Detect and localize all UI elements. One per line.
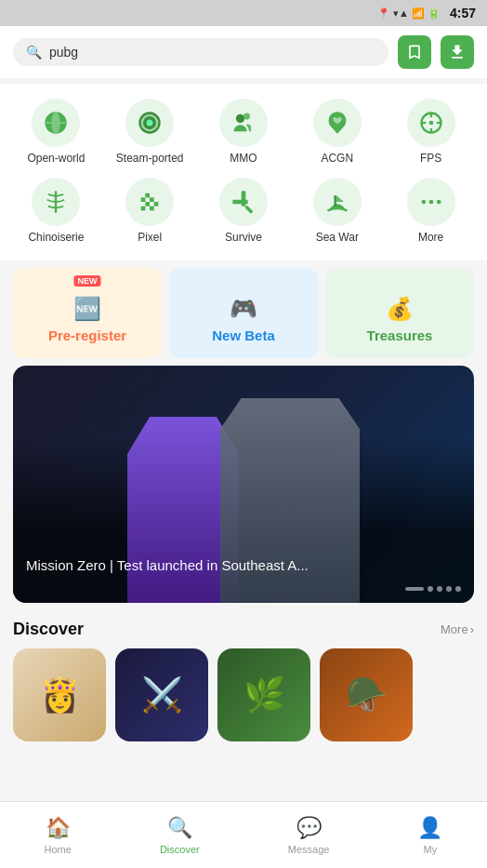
search-input-wrap[interactable]: 🔍 pubg: [13, 38, 388, 66]
search-input[interactable]: pubg: [49, 45, 78, 60]
category-row-1: Open-world Steam-ported MMO ACGN FPS: [0, 95, 487, 174]
discover-title: Discover: [13, 620, 84, 639]
game-grid: 👸 ⚔️ 🌿 🪖: [13, 648, 474, 741]
nav-message[interactable]: 💬 Message: [273, 810, 345, 861]
battery-icon: 🔋: [428, 7, 441, 20]
treasures-icon: 💰: [386, 296, 414, 322]
status-time: 4:57: [450, 6, 476, 20]
mmo-label: MMO: [230, 152, 257, 165]
my-icon: 👤: [417, 816, 442, 840]
svg-rect-15: [146, 194, 151, 198]
nav-discover-label: Discover: [160, 844, 200, 855]
game-thumb-4: 🪖: [320, 648, 413, 741]
svg-point-25: [428, 200, 433, 205]
nav-home[interactable]: 🏠 Home: [30, 810, 86, 861]
game-card-4[interactable]: 🪖: [320, 648, 413, 741]
category-survive[interactable]: Survive: [206, 178, 281, 244]
wishlist-button[interactable]: [398, 35, 431, 69]
preregister-icon: 🆕: [73, 296, 101, 322]
location-icon: 📍: [377, 7, 390, 20]
home-icon: 🏠: [46, 816, 71, 840]
banner-dot-5: [455, 586, 461, 592]
pixel-label: Pixel: [138, 231, 162, 244]
banner-title: Mission Zero | Test launched in Southeas…: [26, 557, 309, 573]
message-icon: 💬: [296, 816, 322, 840]
new-badge: NEW: [74, 275, 101, 287]
banner[interactable]: Mission Zero | Test launched in Southeas…: [13, 366, 474, 603]
banner-dot-3: [437, 586, 442, 592]
wifi-icon: ▾▲: [393, 7, 409, 20]
search-icon: 🔍: [26, 45, 42, 60]
chinoiserie-label: Chinoiserie: [28, 231, 84, 244]
preregister-tab[interactable]: NEW 🆕 Pre-register: [13, 268, 162, 358]
game-card-1[interactable]: 👸: [13, 648, 106, 741]
chinoiserie-icon-wrap: [32, 178, 80, 226]
svg-point-24: [421, 200, 426, 205]
open-world-label: Open-world: [27, 152, 85, 165]
banner-dot-4: [446, 586, 452, 592]
discover-more-button[interactable]: More ›: [441, 622, 474, 636]
mmo-icon-wrap: [219, 99, 268, 147]
svg-point-26: [436, 200, 441, 205]
banner-dots: [405, 586, 461, 592]
steam-ported-icon-wrap: [125, 99, 174, 147]
svg-rect-18: [154, 202, 159, 207]
bookmark-icon: [405, 43, 424, 61]
banner-dot-2: [428, 586, 433, 592]
category-more[interactable]: More: [394, 178, 468, 244]
category-pixel[interactable]: Pixel: [112, 178, 187, 244]
category-mmo[interactable]: MMO: [206, 99, 281, 165]
newbeta-icon: 🎮: [230, 296, 257, 322]
nav-message-label: Message: [288, 844, 330, 855]
nav-home-label: Home: [45, 844, 72, 855]
bottom-nav: 🏠 Home 🔍 Discover 💬 Message 👤 My: [0, 801, 487, 868]
fps-label: FPS: [420, 152, 441, 165]
svg-rect-20: [150, 207, 154, 211]
svg-rect-17: [146, 202, 151, 207]
download-button[interactable]: [441, 35, 474, 69]
svg-point-5: [236, 114, 244, 123]
more-label: More: [418, 231, 443, 244]
acgn-label: ACGN: [321, 152, 353, 165]
game-card-3[interactable]: 🌿: [217, 648, 310, 741]
svg-point-4: [147, 120, 153, 127]
nav-my[interactable]: 👤 My: [402, 810, 457, 861]
preregister-label: Pre-register: [48, 327, 126, 343]
sea-war-icon-wrap: [313, 178, 362, 226]
signal-icon: 📶: [412, 7, 425, 20]
fps-icon-wrap: [407, 99, 455, 147]
pixel-icon-wrap: [125, 178, 174, 226]
sea-war-label: Sea War: [316, 231, 359, 244]
category-open-world[interactable]: Open-world: [19, 99, 93, 165]
game-card-2[interactable]: ⚔️: [115, 648, 208, 741]
nav-discover[interactable]: 🔍 Discover: [145, 810, 215, 861]
category-chinoiserie[interactable]: Chinoiserie: [19, 178, 93, 244]
newbeta-label: New Beta: [212, 327, 275, 343]
svg-rect-16: [150, 197, 154, 202]
svg-rect-19: [141, 207, 146, 211]
discover-header: Discover More ›: [13, 620, 474, 639]
treasures-tab[interactable]: 💰 Treasures: [325, 268, 474, 358]
open-world-icon-wrap: [32, 99, 80, 147]
svg-rect-23: [334, 195, 336, 207]
category-fps[interactable]: FPS: [394, 99, 468, 165]
banner-dot-active: [405, 587, 424, 591]
svg-rect-14: [141, 197, 146, 202]
tab-section: NEW 🆕 Pre-register 🎮 New Beta 💰 Treasure…: [13, 268, 474, 358]
game-thumb-3: 🌿: [217, 648, 310, 741]
newbeta-tab[interactable]: 🎮 New Beta: [169, 268, 318, 358]
download-icon: [448, 43, 467, 61]
game-thumb-1: 👸: [13, 648, 106, 741]
treasures-label: Treasures: [367, 327, 433, 343]
categories-section: Open-world Steam-ported MMO ACGN FPS: [0, 84, 487, 260]
category-steam-ported[interactable]: Steam-ported: [112, 99, 187, 165]
category-sea-war[interactable]: Sea War: [300, 178, 375, 244]
game-thumb-2: ⚔️: [115, 648, 208, 741]
search-bar: 🔍 pubg: [0, 26, 487, 78]
survive-label: Survive: [225, 231, 262, 244]
category-acgn[interactable]: ACGN: [300, 99, 375, 165]
svg-point-6: [244, 114, 250, 120]
chevron-right-icon: ›: [470, 622, 474, 636]
status-bar: 📍 ▾▲ 📶 🔋 4:57: [0, 0, 487, 26]
svg-point-8: [428, 121, 433, 126]
